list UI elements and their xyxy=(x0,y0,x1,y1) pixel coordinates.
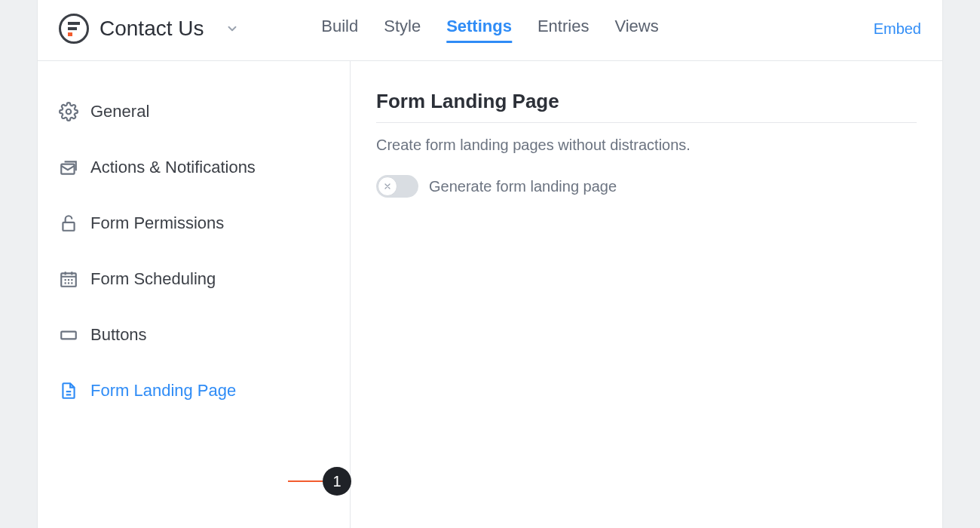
sidebar-item-general[interactable]: General xyxy=(38,84,350,140)
sidebar-item-landing-page[interactable]: Form Landing Page xyxy=(38,363,350,419)
sidebar-item-buttons[interactable]: Buttons xyxy=(38,307,350,363)
header-bar: Contact Us Build Style Settings Entries … xyxy=(38,0,942,61)
button-icon xyxy=(59,325,78,345)
sidebar-item-actions[interactable]: Actions & Notifications xyxy=(38,140,350,195)
gear-icon xyxy=(59,102,78,121)
sidebar-item-label: Form Scheduling xyxy=(90,269,216,289)
logo-glyph xyxy=(68,22,80,36)
logo-title-group: Contact Us xyxy=(59,14,239,44)
body: General Actions & Notifications Form Per… xyxy=(38,61,942,528)
settings-sidebar: General Actions & Notifications Form Per… xyxy=(38,61,351,528)
panel-description: Create form landing pages without distra… xyxy=(376,137,917,154)
sidebar-item-label: Buttons xyxy=(90,325,147,345)
calendar-icon xyxy=(59,269,78,289)
embed-button[interactable]: Embed xyxy=(874,20,921,38)
callout-badge: 1 xyxy=(323,467,351,496)
toggle-label: Generate form landing page xyxy=(429,178,617,195)
app-window: Contact Us Build Style Settings Entries … xyxy=(38,0,942,528)
toggle-knob xyxy=(378,177,397,196)
callout-line xyxy=(288,480,323,482)
toggle-row: Generate form landing page xyxy=(376,175,917,198)
top-nav: Build Style Settings Entries Views xyxy=(321,17,658,41)
title-dropdown[interactable] xyxy=(225,22,239,35)
mail-stack-icon xyxy=(59,158,78,177)
page-icon xyxy=(59,381,78,401)
svg-point-0 xyxy=(66,109,72,115)
sidebar-item-label: Actions & Notifications xyxy=(90,158,256,177)
sidebar-item-permissions[interactable]: Form Permissions xyxy=(38,195,350,251)
main-panel: Form Landing Page Create form landing pa… xyxy=(351,61,942,528)
generate-landing-toggle[interactable] xyxy=(376,175,418,198)
sidebar-item-label: Form Landing Page xyxy=(90,381,236,401)
app-logo xyxy=(59,14,89,44)
tab-style[interactable]: Style xyxy=(384,17,421,41)
svg-rect-2 xyxy=(63,223,74,231)
tab-views[interactable]: Views xyxy=(614,17,658,41)
sidebar-item-scheduling[interactable]: Form Scheduling xyxy=(38,251,350,307)
close-icon xyxy=(383,182,392,191)
panel-title: Form Landing Page xyxy=(376,90,917,123)
tab-entries[interactable]: Entries xyxy=(537,17,589,41)
chevron-down-icon xyxy=(225,22,239,35)
svg-rect-4 xyxy=(61,332,76,339)
annotation-callout: 1 xyxy=(288,467,351,496)
sidebar-item-label: General xyxy=(90,102,149,121)
sidebar-item-label: Form Permissions xyxy=(90,213,224,233)
lock-icon xyxy=(59,213,78,233)
tab-build[interactable]: Build xyxy=(321,17,358,41)
tab-settings[interactable]: Settings xyxy=(446,17,512,43)
page-title: Contact Us xyxy=(100,17,204,41)
